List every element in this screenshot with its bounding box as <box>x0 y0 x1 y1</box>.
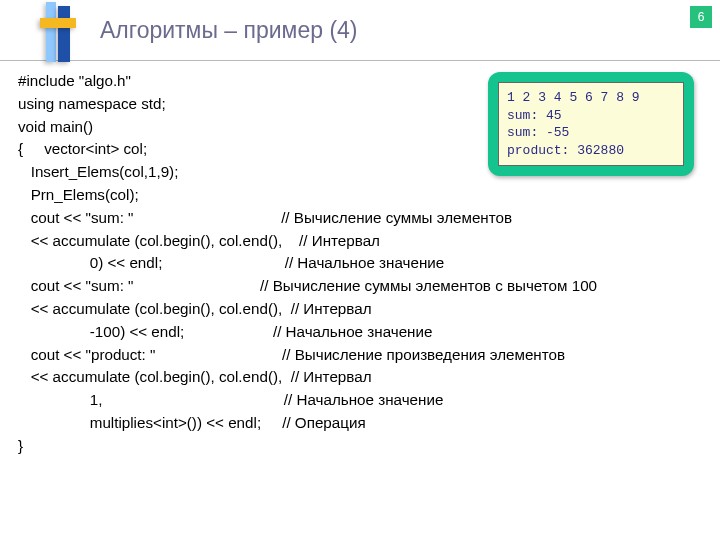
code-line: multiplies<int>()) << endl; // Операция <box>18 412 700 435</box>
code-line: cout << "sum: " // Вычисление суммы элем… <box>18 275 700 298</box>
code-line: Insert_Elems(col,1,9); <box>18 161 700 184</box>
code-line: << accumulate (col.begin(), col.end(), /… <box>18 298 700 321</box>
code-line: void main() <box>18 116 700 139</box>
logo-icon <box>40 0 80 64</box>
code-line: { vector<int> col; <box>18 138 700 161</box>
code-line: } <box>18 435 700 458</box>
title-bar: Алгоритмы – пример (4) <box>0 0 720 61</box>
code-line: #include "algo.h" <box>18 70 700 93</box>
code-line: -100) << endl; // Начальное значение <box>18 321 700 344</box>
slide-title: Алгоритмы – пример (4) <box>100 17 358 44</box>
code-line: << accumulate (col.begin(), col.end(), /… <box>18 230 700 253</box>
code-line: << accumulate (col.begin(), col.end(), /… <box>18 366 700 389</box>
code-listing: #include "algo.h" using namespace std; v… <box>18 70 700 530</box>
code-line: Prn_Elems(col); <box>18 184 700 207</box>
code-line: cout << "product: " // Вычисление произв… <box>18 344 700 367</box>
code-line: using namespace std; <box>18 93 700 116</box>
code-line: 0) << endl; // Начальное значение <box>18 252 700 275</box>
code-line: cout << "sum: " // Вычисление суммы элем… <box>18 207 700 230</box>
code-line: 1, // Начальное значение <box>18 389 700 412</box>
